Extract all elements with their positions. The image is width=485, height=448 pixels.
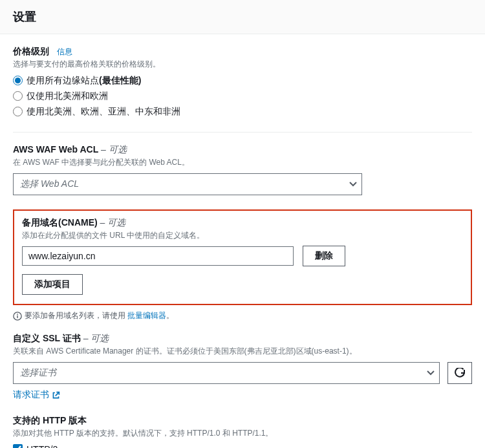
http2-option[interactable]: HTTP/2 xyxy=(13,444,472,448)
price-info-link[interactable]: 信息 xyxy=(57,47,72,56)
ssl-select[interactable]: 选择证书 xyxy=(13,362,440,384)
svg-point-1 xyxy=(17,314,18,315)
price-radio-na-eu[interactable] xyxy=(13,91,23,101)
cname-input-row: 删除 xyxy=(22,246,463,266)
price-option-all-label: 使用所有边缘站点 xyxy=(27,75,99,85)
price-option-all-best: (最佳性能) xyxy=(99,75,141,85)
ssl-title-row: 自定义 SSL 证书 – 可选 xyxy=(13,333,472,345)
price-radio-group: 使用所有边缘站点(最佳性能) 仅使用北美洲和欧洲 使用北美洲、欧洲、亚洲、中东和… xyxy=(13,75,472,118)
waf-title: AWS WAF Web ACL xyxy=(13,144,98,155)
refresh-icon xyxy=(455,368,465,378)
waf-select-placeholder: 选择 Web ACL xyxy=(13,173,362,195)
cname-input[interactable] xyxy=(22,246,294,266)
price-option-extended-label: 使用北美洲、欧洲、亚洲、中东和非洲 xyxy=(27,106,180,118)
waf-desc: 在 AWS WAF 中选择要与此分配关联的 Web ACL。 xyxy=(13,157,472,168)
add-item-button[interactable]: 添加项目 xyxy=(22,274,83,295)
http-checkbox-group: HTTP/2 HTTP/3 xyxy=(13,444,472,448)
cname-hint: 要添加备用域名列表，请使用 批量编辑器。 xyxy=(13,310,472,321)
cname-optional: – 可选 xyxy=(98,217,126,228)
http-desc: 添加对其他 HTTP 版本的支持。默认情况下，支持 HTTP/1.0 和 HTT… xyxy=(13,428,472,439)
svg-rect-2 xyxy=(17,315,17,318)
cname-title: 备用域名(CNAME) xyxy=(22,217,98,228)
price-title: 价格级别 xyxy=(13,46,49,56)
cname-title-row: 备用域名(CNAME) – 可选 xyxy=(22,217,463,229)
price-option-na-eu-label: 仅使用北美洲和欧洲 xyxy=(27,91,108,102)
ssl-optional: – 可选 xyxy=(81,333,109,343)
price-option-na-eu[interactable]: 仅使用北美洲和欧洲 xyxy=(13,91,472,102)
section-http: 支持的 HTTP 版本 添加对其他 HTTP 版本的支持。默认情况下，支持 HT… xyxy=(13,415,472,448)
page-title: 设置 xyxy=(13,9,472,25)
cname-highlight: 备用域名(CNAME) – 可选 添加在此分配提供的文件 URL 中使用的自定义… xyxy=(13,209,472,306)
waf-optional: – 可选 xyxy=(98,144,127,155)
info-icon xyxy=(13,312,22,321)
price-radio-all[interactable] xyxy=(13,76,23,85)
http-title: 支持的 HTTP 版本 xyxy=(13,415,472,427)
section-price-class: 价格级别 信息 选择与要支付的最高价格关联的价格级别。 使用所有边缘站点(最佳性… xyxy=(13,46,472,118)
delete-button[interactable]: 删除 xyxy=(303,246,345,266)
section-ssl: 自定义 SSL 证书 – 可选 关联来自 AWS Certificate Man… xyxy=(13,333,472,401)
http2-checkbox[interactable] xyxy=(13,444,23,448)
request-cert-link[interactable]: 请求证书 xyxy=(13,389,60,401)
cname-hint-prefix: 要添加备用域名列表，请使用 xyxy=(25,311,127,320)
price-radio-extended[interactable] xyxy=(13,107,23,116)
bulk-editor-link[interactable]: 批量编辑器 xyxy=(127,311,166,320)
price-title-row: 价格级别 信息 xyxy=(13,46,472,58)
external-link-icon xyxy=(52,391,60,400)
price-option-extended[interactable]: 使用北美洲、欧洲、亚洲、中东和非洲 xyxy=(13,106,472,118)
cname-hint-suffix: 。 xyxy=(166,311,174,320)
refresh-button[interactable] xyxy=(447,362,472,384)
price-option-all[interactable]: 使用所有边缘站点(最佳性能) xyxy=(13,75,472,87)
price-desc: 选择与要支付的最高价格关联的价格级别。 xyxy=(13,59,472,70)
request-cert-label: 请求证书 xyxy=(13,389,49,401)
waf-title-row: AWS WAF Web ACL – 可选 xyxy=(13,144,472,156)
waf-select[interactable]: 选择 Web ACL xyxy=(13,173,362,195)
cname-desc: 添加在此分配提供的文件 URL 中使用的自定义域名。 xyxy=(22,230,463,241)
ssl-desc: 关联来自 AWS Certificate Manager 的证书。证书必须位于美… xyxy=(13,346,472,357)
ssl-select-placeholder: 选择证书 xyxy=(13,362,440,384)
section-waf: AWS WAF Web ACL – 可选 在 AWS WAF 中选择要与此分配关… xyxy=(13,144,472,195)
ssl-title: 自定义 SSL 证书 xyxy=(13,333,81,343)
divider xyxy=(13,132,472,133)
http2-label: HTTP/2 xyxy=(27,444,58,448)
